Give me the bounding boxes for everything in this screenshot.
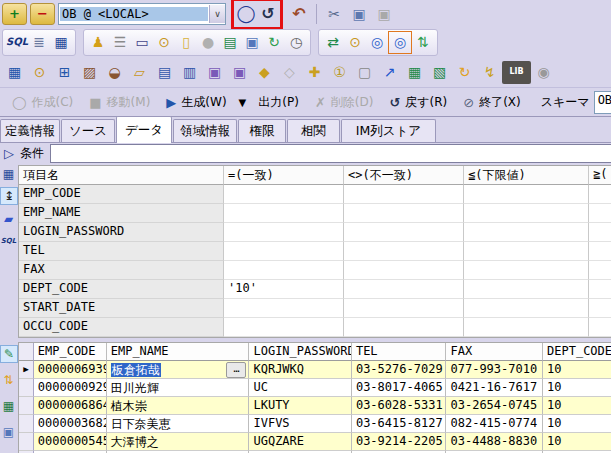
table-sync-icon[interactable]: ⇅ — [412, 32, 434, 53]
emp-code-cell[interactable]: 0000006864 — [34, 397, 107, 415]
login-password-cell[interactable]: IVFVS — [249, 415, 351, 433]
fetch-more-icon[interactable]: ⇅ — [0, 371, 17, 388]
tab-storage[interactable]: 領域情報 — [173, 119, 237, 142]
key-icon[interactable]: ⊙ — [344, 32, 366, 53]
copy-grid-icon[interactable]: ▣ — [0, 423, 17, 440]
refresh-icon[interactable]: ↻ — [452, 62, 477, 83]
lock-icon[interactable]: ⊙ — [153, 32, 175, 53]
login-password-cell[interactable]: UC — [249, 379, 351, 397]
sql-search-icon[interactable]: ◎ — [366, 32, 388, 53]
not-equals-cell[interactable] — [344, 223, 464, 242]
create-button[interactable]: ◯ 作成(C) — [6, 92, 79, 113]
fax-cell[interactable]: 077-993-7010 — [446, 361, 543, 379]
upper-bound-cell[interactable] — [589, 242, 611, 261]
equals-cell[interactable] — [224, 299, 344, 318]
tel-cell[interactable]: 03-5276-7029 — [352, 361, 447, 379]
emp-name-cell[interactable]: 日下奈美恵 — [107, 415, 250, 433]
lower-bound-cell[interactable] — [464, 185, 589, 204]
row-header[interactable] — [19, 379, 34, 397]
java-icon[interactable]: ◒ — [102, 62, 127, 83]
col-header-fax[interactable]: FAX — [446, 343, 543, 361]
reference-tree-icon[interactable]: ◇ — [277, 62, 302, 83]
lower-bound-cell[interactable] — [464, 242, 589, 261]
upper-bound-cell[interactable] — [589, 204, 611, 223]
emp-code-cell[interactable]: 0000000545 — [34, 433, 107, 451]
grid-window-icon[interactable]: ▦ — [50, 32, 72, 53]
execute-icon[interactable]: ↯ — [477, 62, 502, 83]
table-calc-icon[interactable]: ▧ — [427, 62, 452, 83]
lower-bound-cell[interactable] — [464, 223, 589, 242]
emp-code-cell[interactable]: 0000000929 — [34, 379, 107, 397]
recycle-bin-icon[interactable]: ↻ — [263, 32, 285, 53]
row-header[interactable] — [19, 433, 34, 451]
cut-icon[interactable]: ✂ — [323, 3, 345, 24]
java-folder-icon[interactable]: ▱ — [127, 62, 152, 83]
tab-relations[interactable]: 相関 — [287, 119, 340, 142]
window-alt-icon[interactable]: ▣ — [227, 62, 252, 83]
not-equals-cell[interactable] — [344, 204, 464, 223]
fax-cell[interactable]: 082-415-0774 — [446, 415, 543, 433]
generate-button[interactable]: ▶ 生成(W) — [160, 92, 232, 113]
equals-cell[interactable] — [224, 204, 344, 223]
schema-input[interactable]: OB — [594, 91, 611, 114]
tab-definition[interactable]: 定義情報 — [0, 119, 60, 142]
dept-code-cell[interactable]: 10 — [543, 397, 611, 415]
tel-cell[interactable]: 03-8017-4065 — [352, 379, 447, 397]
row-header[interactable] — [19, 397, 34, 415]
lower-bound-cell[interactable] — [464, 299, 589, 318]
upper-bound-cell[interactable] — [589, 318, 611, 337]
emp-code-cell[interactable]: 0000006939 — [34, 361, 107, 379]
pages-icon[interactable]: ▣ — [241, 32, 263, 53]
upper-bound-cell[interactable] — [589, 299, 611, 318]
undo-icon[interactable]: ↶ — [288, 3, 310, 24]
paste-icon[interactable]: ▣ — [373, 3, 395, 24]
col-header-login-password[interactable]: LOGIN_PASSWORD — [249, 343, 351, 361]
lib-icon[interactable]: LIB — [502, 61, 531, 84]
col-header-emp-code[interactable]: EMP_CODE — [34, 343, 107, 361]
tablespace-icon[interactable]: ☰ — [109, 32, 131, 53]
tel-cell[interactable]: 03-6028-5331 — [352, 397, 447, 415]
partial-tool-icon[interactable]: ▱ — [0, 447, 17, 453]
generate-dropdown-button[interactable]: ▼ — [237, 95, 249, 110]
condition-input[interactable] — [50, 144, 611, 163]
equals-cell[interactable] — [224, 261, 344, 280]
lower-bound-cell[interactable] — [464, 204, 589, 223]
connection-dropdown[interactable]: OB @ <LOCAL> ∨ — [58, 3, 226, 25]
tab-data[interactable]: データ — [116, 116, 172, 143]
lower-bound-cell[interactable] — [464, 280, 589, 299]
lower-bound-cell[interactable] — [464, 318, 589, 337]
emp-code-cell[interactable]: 0000003682 — [34, 415, 107, 433]
not-equals-cell[interactable] — [344, 242, 464, 261]
move-button[interactable]: ■ 移動(M) — [83, 92, 156, 113]
fax-cell[interactable]: 03-4488-8830 — [446, 433, 543, 451]
eraser-icon[interactable]: ▰ — [0, 210, 17, 227]
db-connect-icon[interactable]: + — [2, 3, 27, 25]
emp-name-cell[interactable]: 大澤博之 — [107, 433, 250, 451]
tables-icon[interactable]: ⊞ — [52, 62, 77, 83]
current-row-marker[interactable]: ▶ — [19, 361, 34, 379]
edit-mode-icon[interactable]: ✎ — [0, 345, 18, 363]
sql-view-icon[interactable]: SQL — [0, 232, 17, 249]
lower-bound-cell[interactable] — [464, 261, 589, 280]
table-icon[interactable]: ▦ — [2, 62, 27, 83]
login-password-cell[interactable]: LKUTY — [249, 397, 351, 415]
dept-code-cell[interactable]: 10 — [543, 433, 611, 451]
upper-bound-cell[interactable] — [589, 185, 611, 204]
copy-icon[interactable]: ▣ — [348, 3, 370, 24]
import-icon[interactable]: ⇄ — [322, 32, 344, 53]
dept-code-cell[interactable]: 10 — [543, 415, 611, 433]
window-plain-icon[interactable]: ▢ — [352, 62, 377, 83]
equals-cell[interactable] — [224, 242, 344, 261]
equals-cell[interactable] — [224, 223, 344, 242]
equals-cell[interactable]: '10' — [224, 280, 344, 299]
upper-bound-cell[interactable] — [589, 223, 611, 242]
equals-cell[interactable] — [224, 318, 344, 337]
script-icon[interactable]: ≣ — [28, 32, 50, 53]
dept-code-cell[interactable]: 10 — [543, 361, 611, 379]
generate-tree-icon[interactable]: ◆ — [252, 62, 277, 83]
blob-icon[interactable]: ● — [197, 32, 219, 53]
not-equals-cell[interactable] — [344, 280, 464, 299]
user-icon[interactable]: ♟ — [87, 32, 109, 53]
rollback-icon[interactable]: ↺ — [257, 3, 279, 24]
emp-name-cell[interactable]: 田川光輝 — [107, 379, 250, 397]
